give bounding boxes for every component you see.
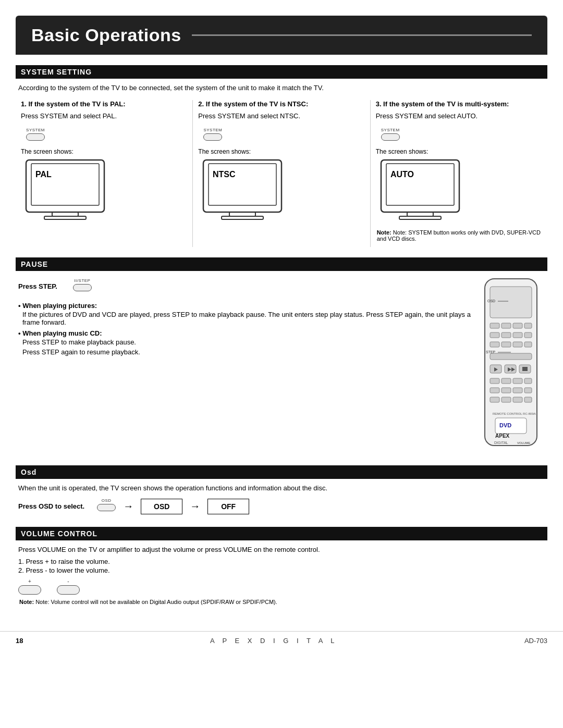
auto-tv-svg: AUTO <box>376 157 464 225</box>
auto-remote-btn: SYSTEM <box>381 128 400 141</box>
header-line <box>192 34 532 36</box>
osd-press-label: Press OSD to select. <box>18 502 84 510</box>
main-content: SYSTEM SETTING According to the system o… <box>0 65 563 621</box>
page-wrapper: Basic Operations SYSTEM SETTING Accordin… <box>0 16 563 650</box>
auto-btn-label: SYSTEM <box>381 128 400 132</box>
when-playing-pictures-section: When playing pictures: If the pictures o… <box>18 302 472 326</box>
vol-minus-label: - <box>67 578 69 584</box>
system-column-auto: 3. If the system of the TV is multi-syst… <box>371 100 547 247</box>
ntsc-screen-wrap: The screen shows: NTSC <box>198 148 364 225</box>
volume-list: 1. Press + to raise the volume. 2. Press… <box>18 558 545 574</box>
when-music-title: When playing music CD: <box>18 329 472 337</box>
svg-rect-43 <box>513 378 522 384</box>
volume-control-header: VOLUME CONTROL <box>16 527 547 540</box>
svg-text:NTSC: NTSC <box>213 170 236 179</box>
auto-desc: Press SYSTEM and select AUTO. <box>376 112 542 120</box>
svg-text:DVD: DVD <box>499 422 511 428</box>
step-btn-label: II/STEP <box>74 278 90 283</box>
vol-plus-body <box>18 585 41 595</box>
when-music-line1: Press STEP to make playback pause. <box>18 338 472 346</box>
footer-model: AD-703 <box>524 637 547 645</box>
svg-rect-5 <box>203 160 282 212</box>
svg-rect-40 <box>522 367 528 371</box>
svg-rect-16 <box>490 287 532 318</box>
osd-arrow-2: → <box>190 500 200 512</box>
pause-layout: Press STEP. II/STEP When playing picture… <box>16 276 547 455</box>
svg-text:OSD: OSD <box>487 299 495 303</box>
system-column-pal: 1. If the system of the TV is PAL: Press… <box>16 100 193 247</box>
svg-rect-42 <box>501 378 511 384</box>
svg-text:DIGITAL: DIGITAL <box>494 441 508 445</box>
svg-rect-33 <box>490 353 532 360</box>
svg-text:VOLUME: VOLUME <box>517 441 530 445</box>
step-btn-body <box>73 284 92 291</box>
svg-rect-47 <box>513 388 522 393</box>
system-setting-desc: According to the system of the TV to be … <box>16 84 547 92</box>
page-title: Basic Operations <box>31 25 181 45</box>
pal-remote-btn: SYSTEM <box>26 128 45 141</box>
ntsc-btn-label: SYSTEM <box>203 128 222 132</box>
svg-rect-48 <box>524 388 532 393</box>
svg-rect-50 <box>501 397 511 402</box>
osd-header: Osd <box>16 465 547 479</box>
when-playing-music-section: When playing music CD: Press STEP to mak… <box>18 329 472 356</box>
osd-desc: When the unit is operated, the TV screen… <box>18 484 545 492</box>
svg-rect-9 <box>222 216 263 219</box>
vol-plus-btn: + <box>18 578 41 595</box>
svg-rect-45 <box>490 388 499 393</box>
svg-rect-0 <box>26 160 104 212</box>
osd-btn-body <box>97 504 116 511</box>
when-pictures-body: If the pictures of DVD and VCD are playe… <box>18 311 472 326</box>
auto-screen-wrap: The screen shows: AUTO <box>376 148 542 225</box>
pal-btn-body <box>26 133 45 141</box>
svg-rect-19 <box>490 323 499 328</box>
svg-text:REMOTE CONTROL RC-809A: REMOTE CONTROL RC-809A <box>493 412 536 415</box>
volume-note: Note: Note: Volume control will not be a… <box>18 599 545 605</box>
volume-list-item-2: 2. Press - to lower the volume. <box>18 566 545 574</box>
svg-rect-14 <box>399 216 441 219</box>
system-column-ntsc: 2. If the system of the TV is NTSC: Pres… <box>193 100 370 247</box>
pal-screen-wrap: The screen shows: PAL <box>21 148 187 225</box>
page-footer: 18 A P E X D I G I T A L AD-703 <box>0 631 563 650</box>
page-header: Basic Operations <box>16 16 547 55</box>
svg-rect-29 <box>513 342 522 347</box>
pal-btn-label: SYSTEM <box>26 128 45 132</box>
press-step-label: Press STEP. <box>18 282 57 290</box>
svg-rect-4 <box>44 216 86 219</box>
pal-tv-svg: PAL <box>21 157 109 225</box>
osd-btn-label: OSD <box>102 498 112 503</box>
ntsc-desc: Press SYSTEM and select NTSC. <box>198 112 364 120</box>
volume-content: Press VOLUME on the TV or amplifier to a… <box>16 546 547 605</box>
svg-rect-30 <box>524 342 532 347</box>
step-remote-btn: II/STEP <box>73 278 92 291</box>
vol-minus-body <box>57 585 80 595</box>
svg-rect-20 <box>501 323 511 328</box>
svg-rect-27 <box>490 342 499 347</box>
volume-note-text: Note: Volume control will not be availab… <box>35 599 277 605</box>
osd-content: When the unit is operated, the TV screen… <box>16 484 547 516</box>
svg-rect-10 <box>381 160 459 212</box>
pause-content: Press STEP. II/STEP When playing picture… <box>16 276 474 356</box>
svg-rect-52 <box>524 397 532 402</box>
svg-rect-21 <box>513 323 522 328</box>
svg-text:AUTO: AUTO <box>390 170 414 179</box>
osd-remote-btn: OSD <box>97 498 116 511</box>
volume-btns-row: + - <box>18 578 545 595</box>
footer-brand: A P E X D I G I T A L <box>210 637 338 645</box>
ntsc-screen-label: The screen shows: <box>198 148 364 155</box>
when-music-line2: Press STEP again to resume playback. <box>18 348 472 356</box>
svg-rect-49 <box>490 397 499 402</box>
svg-rect-28 <box>501 342 511 347</box>
svg-rect-26 <box>524 332 532 338</box>
osd-flow-box-2: OFF <box>207 499 249 514</box>
svg-rect-25 <box>513 332 522 338</box>
when-pictures-title: When playing pictures: <box>18 302 472 310</box>
osd-arrow-1: → <box>123 500 133 512</box>
svg-rect-41 <box>490 378 499 384</box>
osd-flow-box-1: OSD <box>141 499 182 514</box>
svg-rect-24 <box>501 332 511 338</box>
pal-screen-label: The screen shows: <box>21 148 187 155</box>
ntsc-remote-btn: SYSTEM <box>203 128 222 141</box>
remote-svg: OSD STEP <box>480 276 542 453</box>
pal-title: 1. If the system of the TV is PAL: <box>21 100 187 108</box>
